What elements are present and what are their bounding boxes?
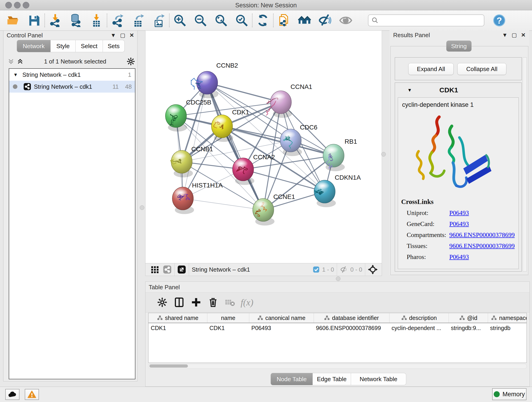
float-panel-icon[interactable]: ▼ xyxy=(110,32,116,38)
bottom-divider-handle[interactable] xyxy=(336,276,341,281)
network-collection-row[interactable]: ▼ String Network – cdk1 1 xyxy=(9,69,135,81)
table-options-gear-icon[interactable] xyxy=(154,296,171,309)
home-layout-icon[interactable] xyxy=(298,13,312,27)
cloud-status-button[interactable] xyxy=(5,389,19,400)
table-horizontal-scrollbar[interactable] xyxy=(148,364,527,369)
import-network-file-icon[interactable] xyxy=(48,13,62,27)
gene-collapse-icon[interactable]: ▼ xyxy=(407,88,412,93)
network-node-CCNE1[interactable]: CCNE1 xyxy=(253,193,295,225)
tab-edge-table[interactable]: Edge Table xyxy=(313,373,351,385)
search-input[interactable] xyxy=(368,14,484,26)
tab-network-table[interactable]: Network Table xyxy=(351,373,406,385)
gene-header[interactable]: ▼ CDK1 xyxy=(395,83,521,97)
import-network-database-icon[interactable] xyxy=(69,13,83,27)
float-panel-icon[interactable]: ▼ xyxy=(502,32,507,38)
table-cell[interactable]: P06493 xyxy=(249,323,314,333)
cloud-icon xyxy=(8,391,17,398)
export-table-icon[interactable] xyxy=(131,13,145,27)
function-builder-icon[interactable]: f(x) xyxy=(239,296,255,309)
tab-string[interactable]: String xyxy=(446,41,472,51)
copy-style-icon[interactable] xyxy=(277,13,291,27)
crosslink-label: Uniprot: xyxy=(407,209,449,217)
selected-checkbox-icon[interactable] xyxy=(312,266,320,273)
search-field[interactable] xyxy=(379,17,472,24)
detach-view-icon[interactable] xyxy=(177,265,186,274)
maximize-panel-icon[interactable]: ▢ xyxy=(512,32,517,38)
column-header--id[interactable]: @id xyxy=(449,313,488,323)
grid-view-icon[interactable] xyxy=(151,265,159,274)
table-cell[interactable]: stringdb xyxy=(488,323,527,333)
crosslink-link[interactable]: P06493 xyxy=(449,253,469,260)
table-cell[interactable]: CDK1 xyxy=(207,323,249,333)
network-node-CDC25B[interactable]: CDC25B xyxy=(165,99,211,132)
network-options-gear-icon[interactable] xyxy=(127,57,135,65)
export-network-icon[interactable] xyxy=(110,13,125,27)
table-cell[interactable]: cyclin-dependent ... xyxy=(389,323,449,333)
collection-expand-icon[interactable]: ▼ xyxy=(13,72,18,77)
network-node-CCNA1[interactable]: CCNA1 xyxy=(266,83,312,118)
crosslink-link[interactable]: P06493 xyxy=(449,220,469,227)
tab-style[interactable]: Style xyxy=(51,40,76,52)
tab-sets[interactable]: Sets xyxy=(103,40,125,52)
column-header-shared-name[interactable]: shared name xyxy=(148,313,207,323)
show-all-icon[interactable] xyxy=(339,13,353,27)
crosslink-link[interactable]: P06493 xyxy=(449,209,469,216)
network-node-CDC6[interactable]: CDC6 xyxy=(280,124,317,156)
birds-eye-view-icon[interactable] xyxy=(368,265,378,274)
close-panel-icon[interactable]: ✕ xyxy=(129,32,134,38)
collapse-all-button[interactable]: Collapse All xyxy=(457,63,506,75)
crosslink-link[interactable]: 9606.ENSP00000378699 xyxy=(449,231,515,238)
scrollbar-thumb[interactable] xyxy=(149,364,188,368)
column-header-namespace[interactable]: namespace xyxy=(488,313,527,323)
network-row[interactable]: String Network – cdk1 11 48 xyxy=(9,81,135,93)
hidden-eye-icon[interactable] xyxy=(340,265,348,274)
refresh-icon[interactable] xyxy=(256,13,270,27)
zoom-fit-icon[interactable] xyxy=(214,13,228,27)
expand-all-button[interactable]: Expand All xyxy=(408,63,454,75)
network-node-RB1[interactable]: RB1 xyxy=(323,138,357,171)
close-panel-icon[interactable]: ✕ xyxy=(521,32,526,38)
tab-select[interactable]: Select xyxy=(76,40,103,52)
column-header-canonical-name[interactable]: canonical name xyxy=(249,313,314,323)
right-divider-handle[interactable] xyxy=(381,152,386,157)
memory-button[interactable]: Memory xyxy=(492,388,526,400)
help-icon[interactable]: ? xyxy=(492,13,506,27)
results-panel: Results Panel ▼ ▢ ✕ String Expand All Co… xyxy=(389,31,529,275)
tab-node-table[interactable]: Node Table xyxy=(271,373,313,385)
table-header-row: shared namenamecanonical namedatabase id… xyxy=(148,313,526,323)
table-cell[interactable]: 9606.ENSP00000378699 xyxy=(314,323,389,333)
delete-table-icon[interactable] xyxy=(222,296,239,309)
table-cell[interactable]: CDK1 xyxy=(148,323,207,333)
zoom-out-icon[interactable] xyxy=(193,13,208,27)
table-cell[interactable]: stringdb:9... xyxy=(449,323,488,333)
results-scrollbar[interactable] xyxy=(523,57,527,272)
crosslink-row: Tissues:9606.ENSP00000378699 xyxy=(401,242,515,249)
column-header-name[interactable]: name xyxy=(207,313,249,323)
network-node-CCNB1[interactable]: CCNB1 xyxy=(171,146,213,177)
save-session-icon[interactable] xyxy=(27,13,41,27)
add-column-icon[interactable] xyxy=(188,296,205,309)
column-header-database-identifier[interactable]: database identifier xyxy=(314,313,389,323)
import-table-file-icon[interactable] xyxy=(89,13,104,27)
hide-selected-icon[interactable] xyxy=(318,13,332,27)
network-node-CDKN1A[interactable]: CDKN1A xyxy=(314,174,361,207)
table-row[interactable]: CDK1CDK1P064939606.ENSP00000378699cyclin… xyxy=(148,323,526,333)
left-divider-handle[interactable] xyxy=(140,205,144,210)
crosslink-link[interactable]: 9606.ENSP00000378699 xyxy=(449,242,515,249)
show-columns-icon[interactable] xyxy=(171,296,188,309)
network-node-HIST1H1A[interactable]: HIST1H1A xyxy=(172,182,223,214)
zoom-in-icon[interactable] xyxy=(173,13,187,27)
network-canvas[interactable]: CCNB2CCNA1CDC25BCDK1CDC6RB1CCNB1CCNA2CDK… xyxy=(146,31,382,263)
tab-network[interactable]: Network xyxy=(17,40,51,52)
delete-column-icon[interactable] xyxy=(205,296,222,309)
node-count: 11 xyxy=(113,83,119,90)
network-list-view-icon[interactable] xyxy=(163,265,172,274)
expand-all-networks-icon[interactable] xyxy=(17,58,24,65)
maximize-panel-icon[interactable]: ▢ xyxy=(120,32,125,38)
open-session-icon[interactable] xyxy=(6,13,20,27)
collapse-all-networks-icon[interactable] xyxy=(7,58,14,65)
column-header-description[interactable]: description xyxy=(389,313,449,323)
export-image-icon[interactable] xyxy=(152,13,166,27)
zoom-selected-icon[interactable] xyxy=(234,13,249,27)
warning-status-button[interactable] xyxy=(25,389,39,400)
